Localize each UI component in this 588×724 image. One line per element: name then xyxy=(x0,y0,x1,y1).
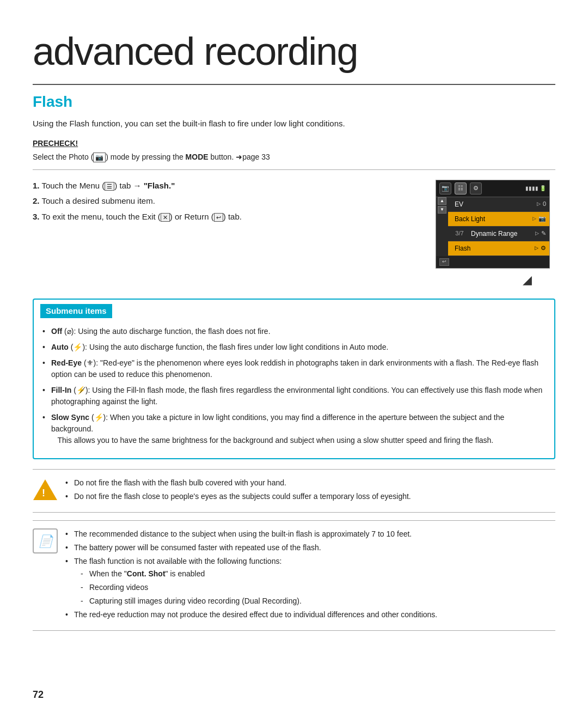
note-content: The recommended distance to the subject … xyxy=(65,528,555,623)
warning-list: Do not fire the flash with the flash bul… xyxy=(65,477,555,502)
note-sublist: When the "Cont. Shot" is enabled Recordi… xyxy=(81,568,555,607)
submenu-list: Off (⌀): Using the auto discharge functi… xyxy=(42,326,546,446)
warning-box: Do not fire the flash with the flash bul… xyxy=(33,469,555,513)
menu-list-icon: ☷ xyxy=(455,182,467,194)
nav-up-btn[interactable]: ▲ xyxy=(438,197,446,205)
camera-icon: 📷 xyxy=(439,182,451,194)
warning-content: Do not fire the flash with the flash bul… xyxy=(65,477,555,504)
page-indicator: 3/7 xyxy=(451,229,468,238)
dynamic-range-row: 3/7 Dynamic Range ▷ ✎ xyxy=(448,227,549,241)
note-item-4: The red-eye reduction may not produce th… xyxy=(65,609,555,620)
menu-back-row: ↩ xyxy=(436,256,549,268)
note-list: The recommended distance to the subject … xyxy=(65,528,555,620)
flash-value: ▷ ⚙ xyxy=(535,244,546,253)
note-subitem-3: Capturing still images during video reco… xyxy=(81,595,555,607)
flash-label: Flash xyxy=(451,244,535,253)
nav-column: ▲ ▼ xyxy=(436,197,448,256)
nav-down-btn[interactable]: ▼ xyxy=(438,206,446,214)
menu-rows: EV ▷ 0 Back Light ▷ 📷 xyxy=(448,197,549,256)
note-subitem-2: Recording videos xyxy=(81,582,555,593)
steps-left: 1. Touch the Menu (☰) tab → "Flash." 2. … xyxy=(33,180,419,289)
note-subitem-1: When the "Cont. Shot" is enabled xyxy=(81,568,555,580)
backlight-row: Back Light ▷ 📷 xyxy=(448,212,549,227)
submenu-box: Submenu items Off (⌀): Using the auto di… xyxy=(33,299,555,460)
menu-ui: 📷 ☷ ⚙ ▮▮▮▮ 🔋 ▲ ▼ EV xyxy=(436,180,550,269)
ev-value: ▷ 0 xyxy=(537,199,546,209)
menu-body: ▲ ▼ EV ▷ 0 Back Light xyxy=(436,197,549,256)
note-item-3: The flash function is not available with… xyxy=(65,556,555,607)
step-3: 3. To exit the menu, touch the Exit (✕) … xyxy=(33,211,419,223)
submenu-item-auto: Auto (⚡): Using the auto discharge funct… xyxy=(42,342,546,353)
precheck-section: PRECHECK! Select the Photo (📷) mode by p… xyxy=(33,138,555,170)
menu-header: 📷 ☷ ⚙ ▮▮▮▮ 🔋 xyxy=(436,180,549,197)
note-item-2: The battery power will be consumed faste… xyxy=(65,542,555,553)
submenu-item-slowsync: Slow Sync (⚡): When you take a picture i… xyxy=(42,412,546,446)
flash-row: Flash ▷ ⚙ xyxy=(448,241,549,256)
intro-text: Using the Flash function, you can set th… xyxy=(33,118,555,130)
cursor-arrow: ◢ xyxy=(523,271,555,289)
gear-icon: ⚙ xyxy=(470,182,482,194)
warning-item-1: Do not fire the flash with the flash bul… xyxy=(65,477,555,489)
submenu-title: Submenu items xyxy=(40,304,112,319)
note-item-1: The recommended distance to the subject … xyxy=(65,528,555,540)
section-title: Flash xyxy=(33,90,555,113)
menu-ui-container: 📷 ☷ ⚙ ▮▮▮▮ 🔋 ▲ ▼ EV xyxy=(436,180,555,289)
precheck-text: Select the Photo (📷) mode by pressing th… xyxy=(33,151,555,170)
backlight-value: ▷ 📷 xyxy=(532,214,546,223)
note-icon: 📄 xyxy=(33,528,58,553)
submenu-item-off: Off (⌀): Using the auto discharge functi… xyxy=(42,326,546,337)
submenu-item-redeye: Red-Eye (⚜): "Red-eye" is the phenomenon… xyxy=(42,357,546,380)
dynamic-range-value: ▷ ✎ xyxy=(535,229,546,238)
ev-label: EV xyxy=(451,199,537,209)
submenu-item-fillin: Fill-In (⚡̸): Using the Fill-In flash mo… xyxy=(42,385,546,407)
warning-item-2: Do not fire the flash close to people's … xyxy=(65,491,555,502)
page-title: advanced recording xyxy=(33,22,555,85)
backlight-label: Back Light xyxy=(451,214,532,224)
step-2: 2. Touch a desired submenu item. xyxy=(33,195,419,208)
page-number: 72 xyxy=(33,688,44,702)
back-icon[interactable]: ↩ xyxy=(439,258,449,266)
warning-icon xyxy=(33,477,58,502)
note-box: 📄 The recommended distance to the subjec… xyxy=(33,520,555,631)
dynamic-range-label: Dynamic Range xyxy=(468,229,535,239)
steps-container: 1. Touch the Menu (☰) tab → "Flash." 2. … xyxy=(33,180,555,289)
warning-triangle xyxy=(33,479,57,500)
precheck-label: PRECHECK! xyxy=(33,138,555,149)
battery-indicator: ▮▮▮▮ 🔋 xyxy=(525,184,546,192)
step-1: 1. Touch the Menu (☰) tab → "Flash." xyxy=(33,180,419,192)
ev-row: EV ▷ 0 xyxy=(448,197,549,212)
